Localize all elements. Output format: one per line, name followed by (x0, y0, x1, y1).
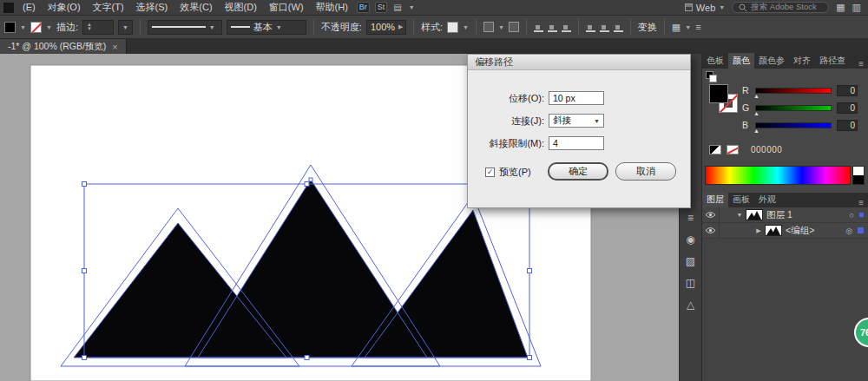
panel-menu-icon[interactable]: ≡ (854, 198, 868, 207)
options-grid-icon[interactable]: ▦ (672, 22, 681, 33)
panel-menu-icon[interactable]: ≡ (695, 22, 700, 32)
tab-swatches[interactable]: 色板 (702, 53, 728, 69)
brush-definition-dropdown[interactable]: 基本▼ (227, 20, 306, 35)
layer-thumbnail[interactable] (765, 225, 782, 236)
close-tab-icon[interactable]: × (112, 42, 117, 52)
align-bottom-icon[interactable] (614, 23, 623, 32)
symbols-panel-icon[interactable]: ◉ (686, 234, 694, 245)
stroke-weight-dropdown[interactable]: ▼ (118, 20, 133, 35)
dialog-title-bar[interactable]: 偏移路径 (468, 55, 690, 70)
tab-color-guide[interactable]: 颜色参 (754, 53, 789, 69)
target-circle-icon[interactable]: ○ (850, 211, 854, 220)
style-swatch[interactable] (447, 22, 458, 33)
selection-handle[interactable] (528, 356, 532, 360)
menu-view[interactable]: 视图(D) (219, 0, 263, 15)
chevron-down-icon[interactable]: ▼ (685, 24, 691, 30)
fill-swatch[interactable] (4, 22, 16, 33)
layer-name[interactable]: <编组> (786, 225, 814, 237)
menu-help[interactable]: 帮助(H) (310, 0, 354, 15)
fill-color-indicator[interactable] (709, 84, 728, 103)
document-tab[interactable]: -1* @ 100% (RGB/预览) × (0, 39, 127, 54)
tab-color[interactable]: 颜色 (728, 53, 754, 69)
menu-edit[interactable]: (E) (16, 0, 42, 15)
chevron-down-icon[interactable]: ▼ (405, 4, 418, 10)
target-circle-icon[interactable]: ◎ (845, 227, 852, 235)
selection-indicator[interactable] (859, 213, 864, 217)
white-black-selector[interactable] (852, 166, 865, 185)
align-center-icon[interactable] (548, 23, 557, 32)
layer-thumbnail[interactable] (746, 209, 763, 220)
visibility-toggle[interactable] (702, 223, 720, 238)
red-slider[interactable]: ▲ (755, 88, 832, 94)
graphic-styles-panel-icon[interactable]: △ (687, 299, 694, 310)
tab-align[interactable]: 对齐 (789, 53, 815, 69)
preferences-icon[interactable] (509, 22, 519, 32)
tab-layers[interactable]: 图层 (702, 192, 728, 207)
color-spectrum-bar[interactable] (705, 166, 851, 185)
slider-thumb-icon[interactable]: ▲ (753, 93, 760, 99)
tab-appearance[interactable]: 外观 (754, 192, 780, 207)
bridge-button[interactable]: Br (357, 2, 370, 13)
preview-checkbox[interactable]: ✓ (485, 168, 495, 177)
opacity-field[interactable]: 100%▶ (366, 20, 406, 35)
menu-window[interactable]: 窗口(W) (263, 0, 310, 15)
grid-view-icon[interactable]: ▦ (836, 2, 845, 13)
tab-pathfinder[interactable]: 路径查 (815, 53, 850, 69)
fill-dropdown-icon[interactable]: ▼ (20, 24, 26, 30)
menu-object[interactable]: 对象(O) (42, 0, 87, 15)
menu-type[interactable]: 文字(T) (87, 0, 130, 15)
workspace-switcher[interactable]: Web ▼ (685, 3, 725, 13)
slider-thumb-icon[interactable]: ▲ (753, 128, 760, 134)
tab-artboards[interactable]: 画板 (728, 192, 754, 207)
green-value-field[interactable]: 0 (837, 102, 858, 114)
stepper-arrows-icon[interactable]: ▲▼ (87, 23, 92, 31)
green-slider[interactable]: ▲ (755, 105, 832, 111)
selection-handle[interactable] (305, 182, 309, 187)
black-white-swatch[interactable] (709, 145, 721, 154)
selection-handle[interactable] (82, 182, 87, 187)
panel-menu-icon[interactable]: ≡ (687, 213, 694, 223)
blue-value-field[interactable]: 0 (837, 120, 858, 131)
visibility-toggle[interactable] (702, 207, 720, 222)
chevron-down-icon[interactable]: ▼ (498, 24, 504, 30)
stroke-swatch[interactable] (30, 22, 42, 33)
menu-select[interactable]: 选择(S) (130, 0, 174, 15)
stroke-dropdown-icon[interactable]: ▼ (46, 24, 52, 30)
selection-handle[interactable] (82, 269, 87, 273)
red-value-field[interactable]: 0 (837, 85, 858, 96)
style-dropdown-icon[interactable]: ▼ (463, 24, 469, 30)
width-profile-dropdown[interactable]: ▼ (148, 20, 222, 35)
stock-search-input[interactable]: 搜索 Adobe Stock (732, 2, 829, 13)
hex-value-field[interactable]: 000000 (751, 145, 782, 154)
anchor-point[interactable] (309, 178, 312, 181)
layer-row[interactable]: ▼ 图层 1 ○ (702, 207, 868, 223)
menu-effect[interactable]: 效果(C) (174, 0, 218, 15)
stroke-weight-stepper[interactable]: ▲▼ (82, 20, 114, 35)
selection-handle[interactable] (82, 356, 87, 360)
selection-handle[interactable] (528, 269, 532, 273)
cancel-button[interactable]: 取消 (615, 162, 676, 181)
blue-slider[interactable]: ▲ (755, 122, 832, 128)
selection-indicator[interactable] (858, 227, 864, 233)
panel-layout-icon[interactable]: ▥ (852, 2, 861, 13)
ok-button[interactable]: 确定 (548, 162, 608, 181)
slider-thumb-icon[interactable]: ▲ (753, 110, 760, 116)
brushes-panel-icon[interactable]: ▨ (686, 256, 695, 266)
expand-chevron-icon[interactable]: ▶ (754, 227, 763, 234)
miter-limit-input[interactable]: 4 (549, 136, 604, 150)
panel-menu-icon[interactable]: ≡ (854, 59, 868, 69)
none-swatch[interactable] (727, 145, 739, 154)
align-middle-icon[interactable] (600, 23, 609, 32)
joins-select[interactable]: 斜接▼ (549, 114, 604, 128)
swatches-panel-icon[interactable]: ◫ (686, 278, 695, 288)
selection-handle[interactable] (305, 356, 309, 360)
offset-input[interactable]: 10 px (549, 91, 604, 105)
arrange-icon[interactable]: ▤ (390, 3, 404, 12)
layer-name[interactable]: 图层 1 (766, 209, 792, 221)
stock-button[interactable]: St (375, 2, 388, 13)
collapse-chevron-icon[interactable]: ▼ (735, 212, 744, 218)
transform-link[interactable]: 变换 (638, 21, 657, 34)
fill-stroke-mini-icon[interactable] (706, 71, 713, 79)
layer-row[interactable]: ▶ <编组> ◎ (702, 223, 868, 239)
align-top-icon[interactable] (586, 23, 595, 32)
